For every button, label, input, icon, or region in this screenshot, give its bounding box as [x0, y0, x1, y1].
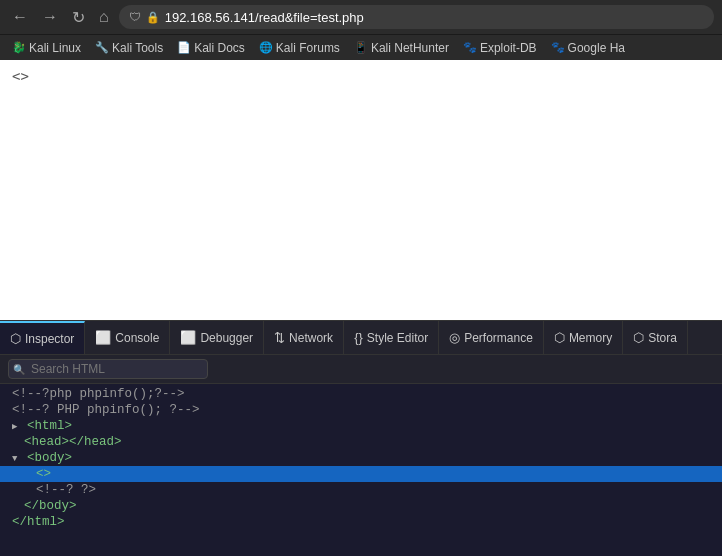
url-text: 192.168.56.141/read&file=test.php — [165, 10, 364, 25]
home-button[interactable]: ⌂ — [95, 6, 113, 28]
bookmark-kali-nethunter[interactable]: 📱 Kali NetHunter — [348, 39, 455, 57]
memory-tab-label: Memory — [569, 331, 612, 345]
devtools-tab-performance[interactable]: ◎ Performance — [439, 321, 544, 354]
back-button[interactable]: ← — [8, 6, 32, 28]
html-content-9: </html> — [12, 515, 65, 529]
html-line-5[interactable]: <body> — [0, 450, 722, 466]
bookmark-label: Google Ha — [568, 41, 625, 55]
bookmark-kali-tools[interactable]: 🔧 Kali Tools — [89, 39, 169, 57]
devtools-tab-network[interactable]: ⇅ Network — [264, 321, 344, 354]
search-wrapper — [8, 359, 208, 379]
bookmark-label: Kali NetHunter — [371, 41, 449, 55]
style-editor-tab-label: Style Editor — [367, 331, 428, 345]
html-content-5: <body> — [27, 451, 72, 465]
bookmark-label: Kali Docs — [194, 41, 245, 55]
bookmark-label: Kali Tools — [112, 41, 163, 55]
html-line-1[interactable]: <!--?php phpinfo();?--> — [0, 386, 722, 402]
google-hack-icon: 🐾 — [551, 41, 565, 54]
performance-tab-label: Performance — [464, 331, 533, 345]
debugger-tab-icon: ⬜ — [180, 330, 196, 345]
kali-docs-icon: 📄 — [177, 41, 191, 54]
devtools-tab-memory[interactable]: ⬡ Memory — [544, 321, 623, 354]
style-editor-tab-icon: {} — [354, 330, 363, 345]
kali-linux-icon: 🐉 — [12, 41, 26, 54]
lock-icon: 🔒 — [146, 11, 160, 24]
network-tab-label: Network — [289, 331, 333, 345]
devtools-panel: ⬡ Inspector ⬜ Console ⬜ Debugger ⇅ Netwo… — [0, 320, 722, 532]
kali-nethunter-icon: 📱 — [354, 41, 368, 54]
shield-icon: 🛡 — [129, 10, 141, 24]
devtools-tabs: ⬡ Inspector ⬜ Console ⬜ Debugger ⇅ Netwo… — [0, 321, 722, 355]
bookmark-kali-forums[interactable]: 🌐 Kali Forums — [253, 39, 346, 57]
memory-tab-icon: ⬡ — [554, 330, 565, 345]
kali-forums-icon: 🌐 — [259, 41, 273, 54]
debugger-tab-label: Debugger — [200, 331, 253, 345]
devtools-tab-storage[interactable]: ⬡ Stora — [623, 321, 688, 354]
inspector-tab-label: Inspector — [25, 332, 74, 346]
html-line-8[interactable]: </body> — [0, 498, 722, 514]
bookmark-kali-linux[interactable]: 🐉 Kali Linux — [6, 39, 87, 57]
console-tab-icon: ⬜ — [95, 330, 111, 345]
inspector-tab-icon: ⬡ — [10, 331, 21, 346]
devtools-tab-style-editor[interactable]: {} Style Editor — [344, 321, 439, 354]
address-bar[interactable]: 🛡 🔒 192.168.56.141/read&file=test.php — [119, 5, 714, 29]
html-content-2: <!--? PHP phpinfo(); ?--> — [12, 403, 200, 417]
bookmark-google-hack[interactable]: 🐾 Google Ha — [545, 39, 631, 57]
html-line-4[interactable]: <head></head> — [0, 434, 722, 450]
bookmark-label: Kali Forums — [276, 41, 340, 55]
html-line-7[interactable]: <!--? ?> — [0, 482, 722, 498]
storage-tab-icon: ⬡ — [633, 330, 644, 345]
devtools-tab-inspector[interactable]: ⬡ Inspector — [0, 321, 85, 354]
devtools-search-bar — [0, 355, 722, 384]
html-content-1: <!--?php phpinfo();?--> — [12, 387, 185, 401]
kali-tools-icon: 🔧 — [95, 41, 109, 54]
bookmark-label: Kali Linux — [29, 41, 81, 55]
html-content-8: </body> — [24, 499, 77, 513]
network-tab-icon: ⇅ — [274, 330, 285, 345]
devtools-tab-console[interactable]: ⬜ Console — [85, 321, 170, 354]
reload-button[interactable]: ↻ — [68, 6, 89, 29]
html-content-3: <html> — [27, 419, 72, 433]
html-content-6: <> — [36, 467, 51, 481]
page-text: <> — [12, 68, 29, 84]
search-html-input[interactable] — [8, 359, 208, 379]
html-inspector: <!--?php phpinfo();?--> <!--? PHP phpinf… — [0, 384, 722, 532]
triangle-icon-3 — [12, 419, 17, 433]
bookmark-exploit-db[interactable]: 🐾 Exploit-DB — [457, 39, 543, 57]
html-content-4: <head></head> — [24, 435, 122, 449]
exploit-db-icon: 🐾 — [463, 41, 477, 54]
performance-tab-icon: ◎ — [449, 330, 460, 345]
bookmarks-bar: 🐉 Kali Linux 🔧 Kali Tools 📄 Kali Docs 🌐 … — [0, 34, 722, 60]
html-line-9[interactable]: </html> — [0, 514, 722, 530]
bookmark-label: Exploit-DB — [480, 41, 537, 55]
html-line-6[interactable]: <> — [0, 466, 722, 482]
devtools-tab-debugger[interactable]: ⬜ Debugger — [170, 321, 264, 354]
bookmark-kali-docs[interactable]: 📄 Kali Docs — [171, 39, 251, 57]
storage-tab-label: Stora — [648, 331, 677, 345]
html-line-3[interactable]: <html> — [0, 418, 722, 434]
triangle-icon-5 — [12, 451, 17, 465]
browser-chrome: ← → ↻ ⌂ 🛡 🔒 192.168.56.141/read&file=tes… — [0, 0, 722, 34]
console-tab-label: Console — [115, 331, 159, 345]
page-content: <> — [0, 60, 722, 320]
html-content-7: <!--? ?> — [36, 483, 96, 497]
forward-button[interactable]: → — [38, 6, 62, 28]
html-line-2[interactable]: <!--? PHP phpinfo(); ?--> — [0, 402, 722, 418]
